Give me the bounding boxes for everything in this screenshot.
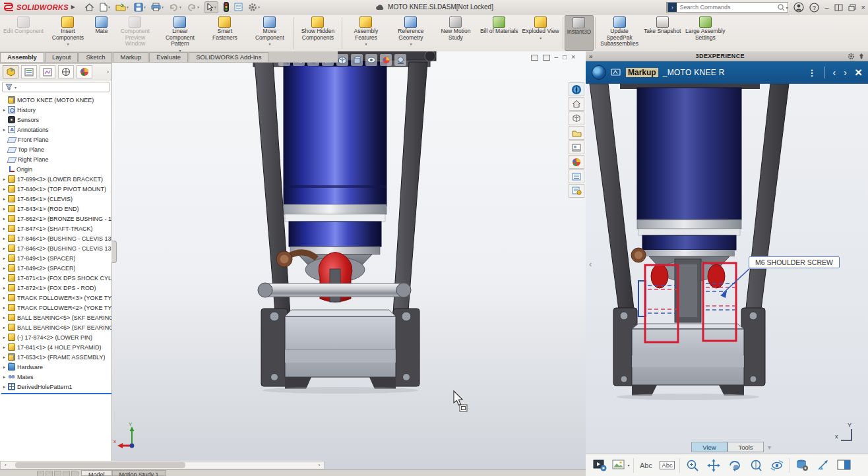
tree-item-mates[interactable]: ▸Mates [1, 372, 111, 382]
print-icon[interactable]: ▾ [151, 3, 164, 11]
horizontal-scrollbar[interactable]: ‹ › [0, 461, 325, 469]
tab-model[interactable]: Model [81, 470, 112, 476]
tree-item-component[interactable]: ▸17-872<1> (FOX DPS - ROD) [1, 283, 111, 293]
performance-monitor-icon[interactable] [224, 2, 229, 12]
display-style-icon[interactable] [351, 54, 363, 66]
assembly-features-button[interactable]: Assembly Features▾ [344, 15, 388, 51]
instant3d-button[interactable]: Instant3D [565, 15, 594, 51]
graphics-area[interactable]: Y x – □ × [112, 51, 586, 469]
mate-button[interactable]: Mate [90, 15, 113, 51]
pane-settings-gear-icon[interactable] [848, 53, 855, 60]
home-icon[interactable] [84, 3, 94, 12]
redo-icon[interactable]: ▾ [187, 3, 199, 11]
tree-item-component[interactable]: ▸17-899<3> (LOWER BRACKET) [1, 174, 111, 184]
panel-splitter-handle[interactable] [111, 241, 117, 263]
viewport-collapse-chevron-icon[interactable]: ‹ [589, 259, 592, 269]
tree-item-component[interactable]: ▸17-846<2> (BUSHING - CLEVIS 13 ID [1, 243, 111, 253]
home-icon[interactable] [569, 97, 584, 111]
search-input[interactable] [679, 4, 777, 11]
new-motion-study-button[interactable]: New Motion Study [433, 15, 478, 51]
tree-item-component[interactable]: ▸17-849<2> (SPACER) [1, 263, 111, 273]
tab-assembly[interactable]: Assembly [0, 52, 44, 62]
tree-item-front-plane[interactable]: ▸Front Plane [1, 134, 111, 144]
dropdown-caret-icon[interactable]: ▾ [410, 42, 412, 46]
dimxpertmanager-tab-icon[interactable] [58, 65, 74, 78]
dropdown-caret-icon[interactable]: ▾ [268, 42, 270, 46]
minimize-window-icon[interactable]: – [824, 0, 828, 15]
markup-viewport[interactable]: Y x M6 SHOULDER SCREW ‹ View Tools ▾ [586, 84, 868, 454]
featuremanager-tree-tab-icon[interactable] [3, 65, 18, 78]
tree-item-component[interactable]: ▸17-846<1> (BUSHING - CLEVIS 13 ID [1, 233, 111, 243]
dropdown-caret-icon[interactable]: ▾ [627, 463, 629, 467]
menu-flyout-arrow-icon[interactable]: ▶ [71, 4, 75, 10]
dropdown-caret-icon[interactable]: ▾ [540, 36, 542, 40]
text-tool[interactable]: Abc [637, 457, 655, 474]
task-list-icon[interactable] [234, 3, 243, 11]
scrollbar-thumb[interactable] [15, 462, 185, 468]
rotate-icon[interactable] [726, 457, 743, 474]
view-palette-icon[interactable] [569, 140, 584, 154]
restore-window-icon[interactable] [848, 4, 856, 11]
close-markup-icon[interactable]: × [855, 67, 862, 78]
bill-of-materials-button[interactable]: Bill of Materials [478, 15, 520, 51]
solidworks-resources-icon[interactable] [569, 184, 584, 198]
tree-item-component[interactable]: ▸17-843<1> (ROD END) [1, 204, 111, 214]
tile-left-icon[interactable] [531, 55, 538, 61]
appearances-wheel-icon[interactable] [569, 155, 584, 169]
pan-icon[interactable] [704, 457, 722, 474]
displaymanager-tab-icon[interactable] [77, 65, 92, 78]
edit-appearance-icon[interactable] [380, 54, 392, 66]
tree-item-subassembly[interactable]: ▸17-853<1> (FRAME ASSEMBLY) [1, 352, 111, 362]
doc-restore-icon[interactable]: □ [563, 53, 567, 61]
dropdown-caret-icon[interactable]: ▾ [67, 42, 69, 46]
dropdown-caret-icon[interactable]: ▾ [365, 42, 367, 46]
show-hidden-components-button[interactable]: Show Hidden Components [295, 15, 340, 51]
tree-item-hardware-folder[interactable]: ▸Hardware [1, 362, 111, 372]
search-commands-box[interactable]: › ▾ [666, 2, 788, 13]
scroll-left-icon[interactable]: ‹ [1, 462, 10, 468]
tree-item-component[interactable]: ▸17-871<1> (FOX DPS SHOCK CYLINDER [1, 273, 111, 283]
present-screen-icon[interactable] [591, 457, 609, 474]
doc-minimize-icon[interactable]: – [555, 53, 559, 61]
search-dropdown-caret-icon[interactable]: ▾ [786, 5, 788, 10]
select-tool-icon[interactable]: ▾ [204, 1, 218, 13]
hide-show-items-icon[interactable] [365, 54, 377, 66]
tabs-overflow-icon[interactable]: › [107, 69, 109, 75]
tab-solidworks-add-ins[interactable]: SOLIDWORKS Add-Ins [189, 52, 268, 62]
rollback-bar[interactable] [1, 393, 111, 394]
tile-right-icon[interactable] [543, 55, 550, 61]
linear-component-pattern-button[interactable]: Linear Component Pattern▾ [158, 15, 202, 51]
doc-close-icon[interactable]: × [571, 53, 575, 61]
tree-item-origin[interactable]: ▸Origin [1, 164, 111, 174]
undo-icon[interactable]: ▾ [169, 3, 181, 11]
previous-markup-icon[interactable]: ‹ [833, 67, 836, 78]
tab-sketch[interactable]: Sketch [78, 52, 112, 62]
tile-windows-icon[interactable] [834, 4, 843, 11]
save-icon[interactable]: ▾ [134, 3, 146, 12]
tree-item-component[interactable]: ▸17-840<1> (TOP PIVOT MOUNT) [1, 184, 111, 194]
close-window-icon[interactable]: × [861, 0, 865, 15]
tree-item-component[interactable]: ▸17-849<1> (SPACER) [1, 253, 111, 263]
design-library-icon[interactable] [569, 111, 584, 125]
tree-item-component[interactable]: ▸17-862<1> (BRONZE BUSHING - 10 I [1, 214, 111, 223]
tree-item-sensors[interactable]: ▸Sensors [1, 115, 111, 125]
help-icon[interactable]: ? [809, 3, 819, 13]
reference-geometry-button[interactable]: Reference Geometry▾ [388, 15, 433, 51]
orbit-eye-icon[interactable] [768, 457, 786, 474]
tab-scroll-buttons[interactable] [37, 471, 78, 476]
annotation-note[interactable]: M6 SHOULDER SCREW [749, 256, 840, 268]
scroll-right-icon[interactable]: › [315, 462, 324, 468]
tree-root[interactable]: ▸MOTO KNEE (MOTO KNEE) [1, 95, 111, 105]
pin-pane-icon[interactable] [858, 53, 865, 60]
insert-image-icon[interactable]: ▾ [612, 457, 630, 474]
view-orientation-icon[interactable] [336, 54, 348, 66]
section-view-icon[interactable] [835, 457, 853, 474]
kebab-menu-icon[interactable]: ⋮ [808, 68, 817, 78]
tree-item-component[interactable]: ▸17-841<1> (4 HOLE PYRAMID) [1, 342, 111, 352]
3dexperience-compass-icon[interactable] [569, 82, 584, 96]
large-assembly-settings-button[interactable]: Large Assembly Settings [683, 15, 728, 51]
tab-layout[interactable]: Layout [45, 52, 78, 62]
insert-components-button[interactable]: Insert Components▾ [46, 15, 90, 51]
open-icon[interactable]: ▾ [115, 3, 129, 12]
tree-item-component[interactable]: ▸17-845<1> (CLEVIS) [1, 194, 111, 204]
